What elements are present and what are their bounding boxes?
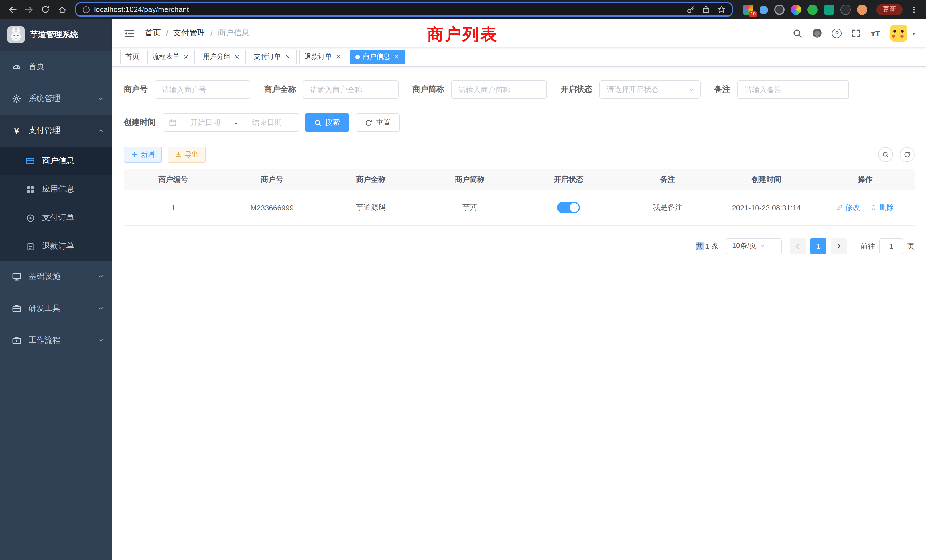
extension-color-icon[interactable] bbox=[791, 4, 801, 15]
goto-label: 前往 bbox=[861, 241, 875, 251]
page-size-value: 10条/页 bbox=[732, 241, 757, 251]
sidebar-item-home[interactable]: 首页 bbox=[0, 51, 112, 83]
breadcrumb-section[interactable]: 支付管理 bbox=[173, 28, 205, 38]
extension-ring-icon[interactable] bbox=[774, 4, 785, 15]
export-button-label: 导出 bbox=[185, 150, 198, 159]
extensions-row: 10 bbox=[743, 4, 867, 15]
address-bar[interactable]: localhost:1024/pay/merchant bbox=[75, 2, 733, 17]
share-icon[interactable] bbox=[702, 5, 710, 14]
add-button-label: 新增 bbox=[141, 150, 154, 159]
font-size-icon[interactable]: тT bbox=[871, 28, 881, 38]
tab-refund-order[interactable]: 退款订单 bbox=[300, 49, 347, 64]
sidebar-item-system[interactable]: 系统管理 bbox=[0, 83, 112, 115]
cell-create-time: 2021-10-23 08:31:14 bbox=[717, 190, 816, 225]
cell-short-name: 芋艿 bbox=[420, 190, 519, 225]
full-name-input[interactable] bbox=[303, 80, 399, 98]
tab-label: 退款订单 bbox=[304, 52, 332, 62]
sidebar-item-label: 支付订单 bbox=[42, 213, 74, 223]
sidebar-item-payment[interactable]: ¥ 支付管理 bbox=[0, 115, 112, 147]
prev-page-icon[interactable] bbox=[790, 238, 806, 254]
sidebar-item-label: 系统管理 bbox=[29, 94, 61, 104]
export-button[interactable]: 导出 bbox=[168, 147, 206, 162]
page-size-select[interactable]: 10条/页 bbox=[726, 238, 782, 254]
merchant-no-input[interactable] bbox=[154, 80, 250, 98]
site-info-icon[interactable] bbox=[82, 5, 90, 14]
question-icon[interactable]: ? bbox=[832, 28, 842, 38]
close-icon[interactable] bbox=[335, 53, 342, 61]
next-page-icon[interactable] bbox=[831, 238, 847, 254]
sidebar-item-dev-tools[interactable]: 研发工具 bbox=[0, 292, 112, 324]
status-toggle[interactable] bbox=[557, 202, 580, 213]
sidebar-item-merchant-info[interactable]: 商户信息 bbox=[0, 147, 112, 175]
extension-green-square-icon[interactable] bbox=[824, 4, 834, 15]
tab-home[interactable]: 首页 bbox=[120, 49, 144, 64]
sidebar-item-label: 基础设施 bbox=[29, 271, 61, 282]
reset-button[interactable]: 重置 bbox=[356, 114, 400, 132]
back-button[interactable] bbox=[5, 2, 20, 17]
filter-label-status: 开启状态 bbox=[560, 85, 592, 95]
close-icon[interactable] bbox=[183, 53, 190, 61]
forward-button[interactable] bbox=[21, 2, 36, 17]
sidebar-item-workflow[interactable]: 工作流程 bbox=[0, 324, 112, 356]
close-icon[interactable] bbox=[233, 53, 241, 61]
sidebar-item-pay-order[interactable]: 支付订单 bbox=[0, 204, 112, 232]
filter-label-remark: 备注 bbox=[714, 85, 731, 95]
col-remark: 备注 bbox=[618, 170, 717, 190]
tab-user-group[interactable]: 用户分组 bbox=[198, 49, 246, 64]
cell-full-name: 芋道源码 bbox=[322, 190, 421, 225]
url-text[interactable]: localhost:1024/pay/merchant bbox=[94, 5, 189, 14]
breadcrumb-home[interactable]: 首页 bbox=[145, 28, 161, 38]
browser-window: localhost:1024/pay/merchant 10 更新 bbox=[0, 0, 926, 560]
remark-input[interactable] bbox=[737, 80, 849, 98]
user-menu[interactable] bbox=[890, 24, 917, 42]
browser-update-button[interactable]: 更新 bbox=[876, 4, 903, 15]
close-icon[interactable] bbox=[393, 53, 400, 61]
tags-view-bar: 首页 流程表单 用户分组 支付订单 退款订单 商户信息 bbox=[112, 47, 926, 67]
add-button[interactable]: 新增 bbox=[124, 147, 162, 162]
filter-label-short-name: 商户简称 bbox=[412, 85, 444, 95]
col-short-name: 商户简称 bbox=[420, 170, 519, 190]
app-logo[interactable]: 芋道管理系统 bbox=[0, 19, 112, 51]
extension-proxy-icon[interactable]: 10 bbox=[743, 4, 753, 15]
toggle-search-icon[interactable] bbox=[878, 147, 893, 162]
home-button[interactable] bbox=[54, 2, 70, 17]
delete-link-label: 删除 bbox=[879, 203, 894, 213]
search-button[interactable]: 搜索 bbox=[305, 114, 349, 132]
tab-merchant-info[interactable]: 商户信息 bbox=[350, 49, 406, 64]
extension-drop-icon[interactable] bbox=[760, 5, 768, 14]
fullscreen-icon[interactable] bbox=[852, 28, 861, 38]
status-select[interactable]: 请选择开启状态 bbox=[599, 80, 701, 98]
hamburger-icon[interactable] bbox=[121, 26, 137, 41]
create-time-range-picker[interactable]: 开始日期 - 结束日期 bbox=[162, 114, 300, 132]
col-actions: 操作 bbox=[816, 170, 915, 190]
profile-avatar-icon[interactable] bbox=[857, 4, 867, 15]
password-key-icon[interactable] bbox=[687, 5, 695, 14]
page-number-current[interactable]: 1 bbox=[810, 238, 826, 254]
page-content: 商户号 商户全称 商户简称 开启状态 请选择开启状态 bbox=[112, 67, 926, 560]
refresh-icon[interactable] bbox=[900, 147, 915, 162]
sidebar-item-infrastructure[interactable]: 基础设施 bbox=[0, 260, 112, 292]
end-date-placeholder: 结束日期 bbox=[241, 118, 293, 128]
delete-link[interactable]: 删除 bbox=[870, 203, 894, 213]
search-icon[interactable] bbox=[793, 28, 803, 38]
extension-pinwheel-icon[interactable] bbox=[840, 4, 851, 15]
sidebar-item-app-info[interactable]: 应用信息 bbox=[0, 175, 112, 204]
edit-link[interactable]: 修改 bbox=[836, 203, 860, 213]
sidebar-item-refund-order[interactable]: 退款订单 bbox=[0, 232, 112, 260]
logo-rabbit-avatar bbox=[8, 26, 24, 43]
close-icon[interactable] bbox=[284, 53, 291, 61]
tab-process-form[interactable]: 流程表单 bbox=[147, 49, 195, 64]
goto-page-input[interactable] bbox=[879, 238, 903, 254]
extension-green-circle-icon[interactable] bbox=[807, 4, 818, 15]
tab-pay-order[interactable]: 支付订单 bbox=[249, 49, 297, 64]
pagination-total: 共 1 条 bbox=[696, 241, 719, 251]
short-name-input[interactable] bbox=[451, 80, 547, 98]
reload-button[interactable] bbox=[38, 2, 53, 17]
bookmark-star-icon[interactable] bbox=[717, 5, 726, 14]
github-icon[interactable] bbox=[812, 28, 823, 38]
user-avatar[interactable] bbox=[890, 24, 907, 42]
kebab-menu-icon[interactable] bbox=[906, 2, 921, 17]
sidebar-item-label: 应用信息 bbox=[42, 184, 74, 194]
chevron-up-icon bbox=[97, 127, 104, 134]
table-header-row: 商户编号 商户号 商户全称 商户简称 开启状态 备注 创建时间 操作 bbox=[124, 170, 915, 190]
